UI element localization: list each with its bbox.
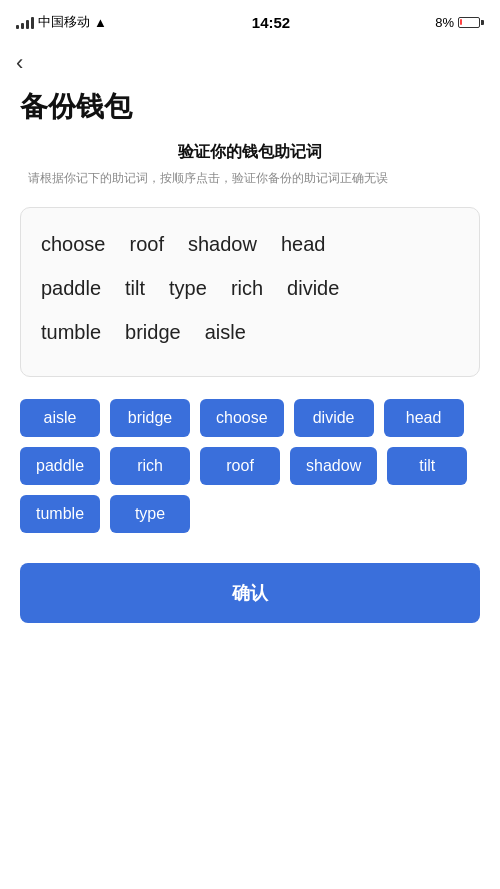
carrier-label: 中国移动 [38,13,90,31]
time-display: 14:52 [252,14,290,31]
battery-icon [458,17,484,28]
word-btn-type[interactable]: type [110,495,190,533]
display-word-paddle: paddle [41,270,101,306]
display-word-roof: roof [130,226,164,262]
display-word-tumble: tumble [41,314,101,350]
status-left: 中国移动 ▲ [16,13,107,31]
signal-bar-2 [21,23,24,29]
signal-bar-1 [16,25,19,29]
confirm-button[interactable]: 确认 [20,563,480,623]
display-word-head: head [281,226,326,262]
display-word-type: type [169,270,207,306]
word-buttons-grid: aisle bridge choose divide head paddle r… [20,399,480,533]
battery-percent: 8% [435,15,454,30]
word-btn-roof[interactable]: roof [200,447,280,485]
word-btn-choose[interactable]: choose [200,399,284,437]
status-right: 8% [435,15,484,30]
word-display-box: choose roof shadow head paddle tilt type… [20,207,480,377]
back-button[interactable]: ‹ [0,40,500,80]
word-buttons-section: aisle bridge choose divide head paddle r… [0,389,500,543]
display-word-divide: divide [287,270,339,306]
subtitle-section: 验证你的钱包助记词 请根据你记下的助记词，按顺序点击，验证你备份的助记词正确无误 [0,142,500,195]
word-btn-shadow[interactable]: shadow [290,447,377,485]
word-display-line-2: paddle tilt type rich divide [41,270,459,306]
display-word-bridge: bridge [125,314,181,350]
display-word-tilt: tilt [125,270,145,306]
word-btn-bridge[interactable]: bridge [110,399,190,437]
word-btn-tumble[interactable]: tumble [20,495,100,533]
subtitle-main: 验证你的钱包助记词 [20,142,480,163]
page-title: 备份钱包 [0,80,500,142]
display-word-rich: rich [231,270,263,306]
word-btn-divide[interactable]: divide [294,399,374,437]
confirm-section: 确认 [0,543,500,653]
wifi-icon: ▲ [94,15,107,30]
signal-bar-3 [26,20,29,29]
subtitle-desc: 请根据你记下的助记词，按顺序点击，验证你备份的助记词正确无误 [20,169,480,187]
word-display-line-1: choose roof shadow head [41,226,459,262]
word-btn-aisle[interactable]: aisle [20,399,100,437]
status-bar: 中国移动 ▲ 14:52 8% [0,0,500,40]
word-btn-tilt[interactable]: tilt [387,447,467,485]
display-word-choose: choose [41,226,106,262]
word-btn-head[interactable]: head [384,399,464,437]
display-word-aisle: aisle [205,314,246,350]
signal-bars-icon [16,15,34,29]
word-btn-paddle[interactable]: paddle [20,447,100,485]
display-word-shadow: shadow [188,226,257,262]
word-btn-rich[interactable]: rich [110,447,190,485]
word-display-line-3: tumble bridge aisle [41,314,459,350]
signal-bar-4 [31,17,34,29]
